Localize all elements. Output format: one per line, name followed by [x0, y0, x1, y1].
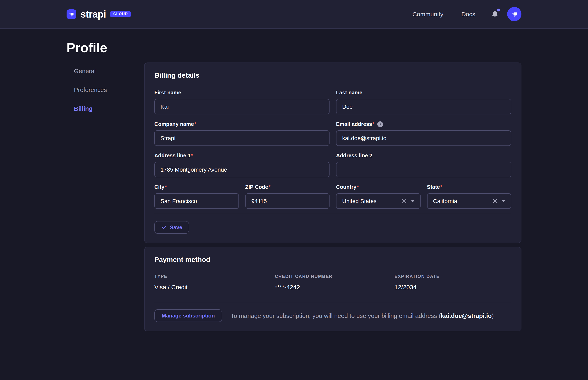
profile-sidebar: General Preferences Billing [67, 62, 144, 331]
brand[interactable]: strapi CLOUD [67, 8, 131, 20]
strapi-cloud-app: strapi CLOUD Community Docs [0, 0, 588, 380]
payment-method-title: Payment method [154, 256, 511, 263]
chevron-down-icon [502, 200, 505, 202]
main-content: Billing details First name Last name [144, 62, 521, 331]
country-combobox[interactable]: United States [336, 193, 420, 209]
first-name-label: First name [154, 90, 330, 96]
payment-actions-row: Manage subscription To manage your subsc… [154, 309, 511, 322]
cloud-badge: CLOUD [110, 11, 131, 17]
city-input[interactable] [154, 193, 239, 209]
top-bar: strapi CLOUD Community Docs [0, 0, 588, 29]
address2-field-group: Address line 2 [336, 152, 511, 177]
address1-label: Address line 1* [154, 152, 330, 159]
sidebar-item-preferences[interactable]: Preferences [74, 86, 144, 94]
info-icon[interactable] [377, 121, 383, 127]
card-divider [154, 214, 511, 214]
clear-icon[interactable] [492, 198, 498, 204]
payment-card-number-value: ****-4242 [275, 284, 394, 291]
profile-page: Profile General Preferences Billing Bill… [0, 40, 588, 331]
payment-info-row: TYPE Visa / Credit CREDIT CARD NUMBER **… [154, 274, 511, 291]
state-field-group: State* California [427, 184, 511, 209]
clear-icon[interactable] [401, 198, 407, 204]
company-name-input[interactable] [154, 130, 330, 146]
billing-details-card: Billing details First name Last name [144, 62, 521, 243]
page-title: Profile [67, 40, 521, 56]
address2-label: Address line 2 [336, 152, 511, 159]
strapi-logo-icon [67, 9, 76, 19]
address2-input[interactable] [336, 162, 511, 177]
payment-type-value: Visa / Credit [154, 284, 275, 291]
last-name-input[interactable] [336, 99, 511, 114]
nav-docs-link[interactable]: Docs [462, 11, 475, 18]
zip-label: ZIP Code* [245, 184, 330, 190]
avatar-strapi-icon [511, 10, 518, 18]
company-name-label: Company name* [154, 121, 330, 128]
notification-dot [497, 8, 500, 11]
user-avatar[interactable] [507, 7, 521, 21]
payment-card-number-col: CREDIT CARD NUMBER ****-4242 [275, 274, 394, 291]
nav-community-link[interactable]: Community [412, 11, 444, 18]
country-value: United States [342, 198, 401, 204]
manage-subscription-button[interactable]: Manage subscription [154, 309, 222, 322]
payment-type-label: TYPE [154, 274, 275, 279]
first-name-field-group: First name [154, 90, 330, 114]
last-name-field-group: Last name [336, 90, 511, 114]
chevron-down-icon [411, 200, 414, 202]
brand-name: strapi [80, 8, 106, 20]
last-name-label: Last name [336, 90, 511, 96]
country-field-group: Country* United States [336, 184, 420, 209]
billing-email: kai.doe@strapi.io [441, 312, 492, 319]
payment-card-number-label: CREDIT CARD NUMBER [275, 274, 394, 279]
address1-input[interactable] [154, 162, 330, 177]
country-state-row: Country* United States [336, 184, 511, 209]
sidebar-item-general[interactable]: General [74, 67, 144, 75]
country-label: Country* [336, 184, 420, 190]
city-zip-row: City* ZIP Code* [154, 184, 330, 209]
manage-subscription-note: To manage your subscription, you will ne… [231, 312, 494, 319]
state-combobox[interactable]: California [427, 193, 511, 209]
payment-expiration-col: EXPIRATION DATE 12/2034 [394, 274, 511, 291]
billing-details-title: Billing details [154, 72, 511, 79]
zip-input[interactable] [245, 193, 330, 209]
email-field-group: Email address* [336, 121, 511, 146]
payment-expiration-label: EXPIRATION DATE [394, 274, 511, 279]
payment-type-col: TYPE Visa / Credit [154, 274, 275, 291]
city-label: City* [154, 184, 239, 190]
check-icon [161, 225, 167, 230]
state-value: California [433, 198, 492, 204]
email-input[interactable] [336, 130, 511, 146]
state-label: State* [427, 184, 511, 190]
address1-field-group: Address line 1* [154, 152, 330, 177]
zip-field-group: ZIP Code* [245, 184, 330, 209]
company-name-field-group: Company name* [154, 121, 330, 146]
city-field-group: City* [154, 184, 239, 209]
first-name-input[interactable] [154, 99, 330, 114]
sidebar-item-billing[interactable]: Billing [74, 105, 144, 112]
notifications-button[interactable] [491, 10, 499, 19]
email-label: Email address* [336, 121, 511, 128]
top-nav: Community Docs [412, 7, 521, 21]
billing-form: First name Last name [154, 90, 511, 209]
payment-method-card: Payment method TYPE Visa / Credit CREDIT… [144, 247, 521, 331]
card-divider [154, 302, 511, 302]
payment-expiration-value: 12/2034 [394, 284, 511, 291]
save-button[interactable]: Save [154, 221, 189, 234]
